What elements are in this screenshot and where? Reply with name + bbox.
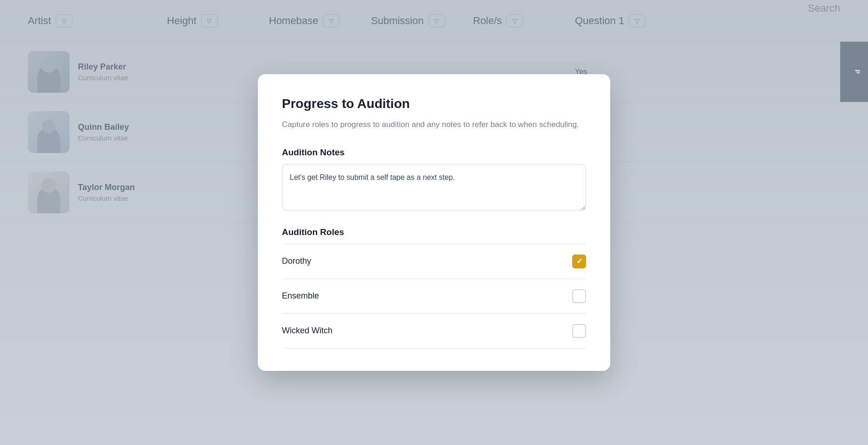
role-item-ensemble: Ensemble	[282, 279, 586, 314]
role-name-dorothy: Dorothy	[282, 256, 311, 266]
audition-notes-textarea[interactable]	[282, 164, 586, 210]
role-name-ensemble: Ensemble	[282, 291, 319, 301]
modal-subtitle: Capture roles to progress to audition an…	[282, 119, 586, 131]
checkmark-icon: ✓	[576, 257, 582, 266]
notes-section-label: Audition Notes	[282, 147, 586, 158]
dorothy-checkbox[interactable]: ✓	[572, 254, 586, 268]
ensemble-checkbox[interactable]	[572, 289, 586, 303]
audition-roles-section: Audition Roles Dorothy ✓ Ensemble Wicked…	[282, 227, 586, 349]
wicked-witch-checkbox[interactable]	[572, 324, 586, 338]
role-item-dorothy: Dorothy ✓	[282, 244, 586, 279]
modal-overlay: Progress to Audition Capture roles to pr…	[0, 0, 868, 445]
progress-to-audition-modal: Progress to Audition Capture roles to pr…	[258, 74, 610, 371]
role-name-wicked-witch: Wicked Witch	[282, 326, 332, 336]
role-item-wicked-witch: Wicked Witch	[282, 314, 586, 349]
modal-title: Progress to Audition	[282, 96, 586, 111]
roles-section-label: Audition Roles	[282, 227, 586, 237]
